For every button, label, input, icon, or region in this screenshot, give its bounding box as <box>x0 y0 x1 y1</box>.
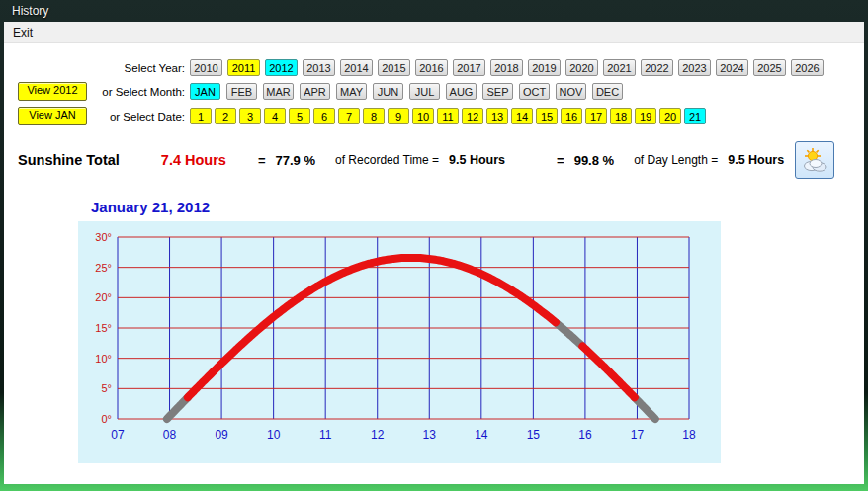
date-button-9[interactable]: 9 <box>388 108 409 124</box>
month-button-group: JANFEBMARAPRMAYJUNJULAUGSEPOCTNOVDEC <box>190 83 629 100</box>
menu-exit[interactable]: Exit <box>4 24 42 41</box>
date-button-15[interactable]: 15 <box>536 108 558 124</box>
year-button-2016[interactable]: 2016 <box>415 59 448 76</box>
chart-panel: 0708091011121314151617180°5°10°15°20°25°… <box>78 221 721 463</box>
year-row: Select Year: 201020112012201320142015201… <box>4 59 864 76</box>
date-button-19[interactable]: 19 <box>635 108 656 124</box>
svg-text:0°: 0° <box>101 413 112 425</box>
svg-text:15: 15 <box>527 428 541 442</box>
titlebar[interactable]: History <box>4 0 864 22</box>
month-button-jul[interactable]: JUL <box>409 83 440 100</box>
chart-date-heading: January 21, 2012 <box>91 199 864 215</box>
date-button-14[interactable]: 14 <box>511 108 533 124</box>
year-label-zone: Select Year: <box>4 62 190 74</box>
client-area: Select Year: 201020112012201320142015201… <box>4 43 864 484</box>
window-title: History <box>12 4 48 18</box>
svg-text:18: 18 <box>682 428 696 442</box>
svg-text:10: 10 <box>267 428 281 442</box>
year-button-2013[interactable]: 2013 <box>303 59 335 76</box>
svg-text:11: 11 <box>319 428 332 442</box>
date-button-group: 123456789101112131415161718192021 <box>190 108 709 124</box>
month-button-sep[interactable]: SEP <box>482 83 513 100</box>
sunshine-total-value: 7.4 Hours <box>161 152 226 168</box>
menubar: Exit <box>4 22 864 43</box>
svg-text:20°: 20° <box>95 291 112 303</box>
svg-text:10°: 10° <box>95 353 112 365</box>
view-month-button[interactable]: View JAN <box>18 107 87 125</box>
month-button-may[interactable]: MAY <box>336 83 367 100</box>
weather-button[interactable] <box>795 141 834 179</box>
month-button-mar[interactable]: MAR <box>263 83 294 100</box>
month-button-oct[interactable]: OCT <box>519 83 550 100</box>
year-button-2017[interactable]: 2017 <box>453 59 485 76</box>
view-year-button[interactable]: View 2012 <box>18 82 87 101</box>
year-button-2012[interactable]: 2012 <box>265 59 298 76</box>
sunshine-summary: Sunshine Total 7.4 Hours = 77.9 % of Rec… <box>4 141 864 179</box>
year-button-2024[interactable]: 2024 <box>716 59 748 76</box>
date-button-1[interactable]: 1 <box>190 108 212 124</box>
date-button-4[interactable]: 4 <box>264 108 286 124</box>
date-button-6[interactable]: 6 <box>313 108 335 124</box>
svg-text:13: 13 <box>423 428 437 442</box>
date-button-16[interactable]: 16 <box>561 108 582 124</box>
date-button-10[interactable]: 10 <box>412 108 434 124</box>
recorded-time-value: 9.5 Hours <box>449 153 505 167</box>
date-button-17[interactable]: 17 <box>585 108 607 124</box>
year-button-2019[interactable]: 2019 <box>528 59 561 76</box>
sunshine-total-label: Sunshine Total <box>18 152 120 168</box>
svg-text:07: 07 <box>111 428 125 442</box>
date-button-20[interactable]: 20 <box>659 108 681 124</box>
month-button-dec[interactable]: DEC <box>592 83 623 100</box>
year-button-2020[interactable]: 2020 <box>565 59 598 76</box>
svg-text:30°: 30° <box>95 231 112 243</box>
date-label-zone: View JAN or Select Date: <box>4 107 190 125</box>
year-button-2021[interactable]: 2021 <box>603 59 636 76</box>
svg-text:08: 08 <box>163 428 177 442</box>
svg-text:5°: 5° <box>101 382 112 394</box>
svg-text:09: 09 <box>215 428 228 442</box>
app-window: History Exit Select Year: 20102011201220… <box>0 0 868 491</box>
svg-text:15°: 15° <box>95 322 112 334</box>
svg-text:25°: 25° <box>95 262 112 274</box>
year-button-2025[interactable]: 2025 <box>753 59 786 76</box>
date-button-2[interactable]: 2 <box>215 108 236 124</box>
sun-elevation-chart: 0708091011121314151617180°5°10°15°20°25°… <box>78 221 721 463</box>
date-button-21[interactable]: 21 <box>684 108 706 124</box>
equals-sign-2: = <box>557 153 564 168</box>
date-button-8[interactable]: 8 <box>363 108 385 124</box>
svg-text:12: 12 <box>371 428 385 442</box>
date-button-18[interactable]: 18 <box>610 108 632 124</box>
select-month-label: or Select Month: <box>102 86 185 98</box>
year-button-2026[interactable]: 2026 <box>791 59 824 76</box>
month-button-feb[interactable]: FEB <box>226 83 257 100</box>
month-button-aug[interactable]: AUG <box>446 83 477 100</box>
month-row: View 2012 or Select Month: JANFEBMARAPRM… <box>4 82 864 101</box>
recorded-time-label: of Recorded Time = <box>335 153 439 167</box>
svg-text:14: 14 <box>475 428 488 442</box>
date-button-13[interactable]: 13 <box>486 108 508 124</box>
date-button-5[interactable]: 5 <box>289 108 310 124</box>
year-button-2014[interactable]: 2014 <box>340 59 373 76</box>
month-button-jun[interactable]: JUN <box>373 83 403 100</box>
month-button-apr[interactable]: APR <box>300 83 330 100</box>
year-button-2015[interactable]: 2015 <box>378 59 410 76</box>
svg-text:17: 17 <box>631 428 645 442</box>
percent-of-daylength: 99.8 % <box>574 153 614 168</box>
year-button-2023[interactable]: 2023 <box>678 59 711 76</box>
year-button-2011[interactable]: 2011 <box>227 59 260 76</box>
year-button-2018[interactable]: 2018 <box>490 59 523 76</box>
day-length-label: of Day Length = <box>634 153 718 167</box>
select-year-label: Select Year: <box>125 62 185 74</box>
select-date-label: or Select Date: <box>110 111 185 123</box>
svg-text:16: 16 <box>578 428 592 442</box>
date-button-7[interactable]: 7 <box>338 108 360 124</box>
sun-behind-cloud-icon <box>800 146 829 174</box>
month-button-nov[interactable]: NOV <box>556 83 586 100</box>
month-button-jan[interactable]: JAN <box>190 83 220 100</box>
year-button-2022[interactable]: 2022 <box>641 59 673 76</box>
date-button-12[interactable]: 12 <box>462 108 483 124</box>
date-button-11[interactable]: 11 <box>437 108 459 124</box>
year-button-2010[interactable]: 2010 <box>190 59 222 76</box>
date-button-3[interactable]: 3 <box>239 108 261 124</box>
equals-sign-1: = <box>258 153 266 168</box>
